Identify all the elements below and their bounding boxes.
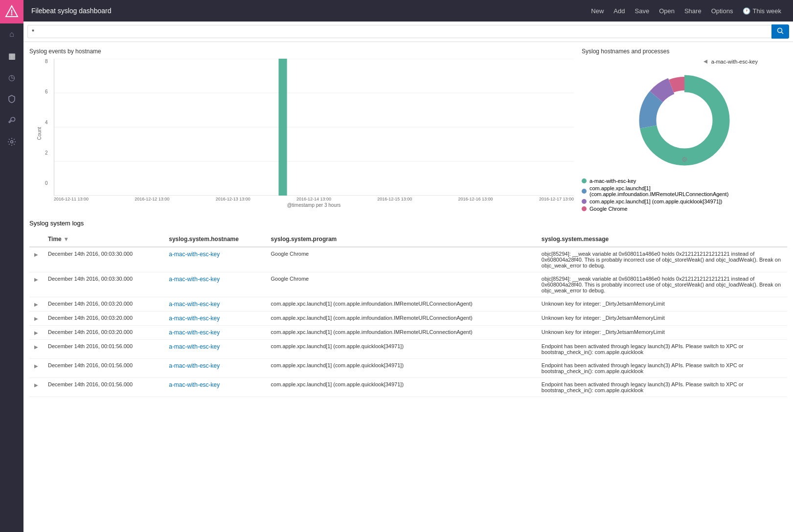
page-title: Filebeat syslog dashboard — [31, 7, 587, 15]
hostname-link[interactable]: a-mac-with-esc-key — [169, 329, 220, 336]
sidebar-shield-icon[interactable] — [0, 88, 23, 110]
hostname-col-header[interactable]: syslog.system.hostname — [164, 232, 266, 247]
svg-marker-13 — [703, 60, 707, 64]
options-button[interactable]: Options — [707, 5, 737, 17]
program-cell: Google Chrome — [266, 247, 537, 272]
y-axis-label: Count — [37, 124, 42, 143]
legend-dot-pink — [582, 206, 587, 211]
program-cell: com.apple.xpc.launchd[1] (com.apple.imfo… — [266, 297, 537, 311]
expand-button[interactable]: ▶ — [34, 344, 38, 350]
hostname-cell: a-mac-with-esc-key — [164, 311, 266, 326]
table-section: Syslog system logs Time ▾ syslog.system.… — [29, 220, 787, 397]
share-button[interactable]: Share — [680, 5, 705, 17]
y-label-0: 0 — [45, 180, 48, 186]
svg-point-18 — [657, 92, 712, 148]
hostname-link[interactable]: a-mac-with-esc-key — [169, 301, 220, 308]
sidebar-chart-icon[interactable]: ▦ — [0, 45, 23, 66]
svg-point-3 — [11, 141, 13, 143]
save-button[interactable]: Save — [631, 5, 654, 17]
hostname-cell: a-mac-with-esc-key — [164, 272, 266, 297]
expand-cell[interactable]: ▶ — [29, 311, 43, 326]
open-button[interactable]: Open — [655, 5, 679, 17]
expand-button[interactable]: ▶ — [34, 330, 38, 335]
y-label-2: 2 — [45, 150, 48, 155]
legend-item-3: com.apple.xpc.launchd[1] (com.apple.quic… — [582, 199, 787, 204]
expand-button[interactable]: ▶ — [34, 382, 38, 388]
expand-cell[interactable]: ▶ — [29, 326, 43, 340]
sidebar-home-icon[interactable]: ⌂ — [0, 23, 23, 45]
table-row: ▶ December 14th 2016, 00:03:20.000 a-mac… — [29, 326, 787, 340]
table-row: ▶ December 14th 2016, 00:01:56.000 a-mac… — [29, 378, 787, 397]
hostname-cell: a-mac-with-esc-key — [164, 359, 266, 378]
message-cell: Endpoint has been activated through lega… — [537, 340, 787, 359]
time-cell: December 14th 2016, 00:01:56.000 — [43, 340, 164, 359]
expand-button[interactable]: ▶ — [34, 277, 38, 282]
hostname-link[interactable]: a-mac-with-esc-key — [169, 276, 220, 283]
sidebar-clock-icon[interactable]: ◷ — [0, 66, 23, 88]
clock-icon: 🕐 — [743, 7, 750, 15]
table-row: ▶ December 14th 2016, 00:03:20.000 a-mac… — [29, 297, 787, 311]
sidebar-settings-icon[interactable] — [0, 131, 23, 153]
time-cell: December 14th 2016, 00:03:30.000 — [43, 272, 164, 297]
expand-button[interactable]: ▶ — [34, 302, 38, 307]
program-cell: com.apple.xpc.launchd[1] (com.apple.imfo… — [266, 326, 537, 340]
charts-row: Syslog events by hostname Count 8 6 4 2 … — [29, 48, 787, 212]
y-label-4: 4 — [45, 120, 48, 125]
main-content: Filebeat syslog dashboard New Add Save O… — [23, 0, 793, 532]
bar-chart-container: Syslog events by hostname Count 8 6 4 2 … — [29, 48, 574, 212]
expand-cell[interactable]: ▶ — [29, 247, 43, 272]
legend-item-4: Google Chrome — [582, 206, 787, 212]
time-cell: December 14th 2016, 00:01:56.000 — [43, 378, 164, 397]
program-cell: com.apple.xpc.launchd[1] (com.apple.quic… — [266, 359, 537, 378]
hostname-link[interactable]: a-mac-with-esc-key — [169, 315, 220, 322]
time-col-header[interactable]: Time ▾ — [43, 232, 164, 247]
time-cell: December 14th 2016, 00:03:20.000 — [43, 297, 164, 311]
header-actions: New Add Save Open Share Options 🕐 This w… — [587, 5, 785, 17]
hostname-link[interactable]: a-mac-with-esc-key — [169, 381, 220, 388]
program-col-header[interactable]: syslog.system.program — [266, 232, 537, 247]
expand-button[interactable]: ▶ — [34, 363, 38, 369]
legend-label-4: Google Chrome — [589, 206, 628, 212]
sidebar-wrench-icon[interactable] — [0, 110, 23, 131]
expand-cell[interactable]: ▶ — [29, 297, 43, 311]
expand-button[interactable]: ▶ — [34, 252, 38, 257]
message-cell: Endpoint has been activated through lega… — [537, 359, 787, 378]
time-filter-label: This week — [752, 7, 781, 15]
expand-cell[interactable]: ▶ — [29, 359, 43, 378]
donut-chart-title: Syslog hostnames and processes — [582, 48, 787, 55]
svg-rect-12 — [278, 59, 287, 196]
legend-item-2: com.apple.xpc.launchd[1] (com.apple.imfo… — [582, 185, 787, 197]
search-input[interactable] — [27, 25, 771, 38]
hostname-link[interactable]: a-mac-with-esc-key — [169, 362, 220, 369]
table-header: Time ▾ syslog.system.hostname syslog.sys… — [29, 232, 787, 247]
new-button[interactable]: New — [587, 5, 608, 17]
table-row: ▶ December 14th 2016, 00:01:56.000 a-mac… — [29, 359, 787, 378]
search-button[interactable] — [771, 24, 789, 39]
time-filter-button[interactable]: 🕐 This week — [739, 5, 785, 17]
expand-button[interactable]: ▶ — [34, 316, 38, 321]
hostname-link[interactable]: a-mac-with-esc-key — [169, 343, 220, 350]
program-cell: Google Chrome — [266, 272, 537, 297]
table-row: ▶ December 14th 2016, 00:03:30.000 a-mac… — [29, 247, 787, 272]
message-col-header[interactable]: syslog.system.message — [537, 232, 787, 247]
table-row: ▶ December 14th 2016, 00:03:30.000 a-mac… — [29, 272, 787, 297]
hostname-cell: a-mac-with-esc-key — [164, 340, 266, 359]
expand-col-header — [29, 232, 43, 247]
syslog-table: Time ▾ syslog.system.hostname syslog.sys… — [29, 232, 787, 397]
donut-legend-arrow — [702, 59, 708, 65]
table-title: Syslog system logs — [29, 220, 787, 227]
message-cell: Unknown key for integer: _DirtyJetsamMem… — [537, 326, 787, 340]
table-row: ▶ December 14th 2016, 00:01:56.000 a-mac… — [29, 340, 787, 359]
message-cell: Unknown key for integer: _DirtyJetsamMem… — [537, 311, 787, 326]
bar-chart-svg — [54, 59, 574, 196]
expand-cell[interactable]: ▶ — [29, 340, 43, 359]
hostname-cell: a-mac-with-esc-key — [164, 326, 266, 340]
add-button[interactable]: Add — [610, 5, 629, 17]
expand-cell[interactable]: ▶ — [29, 378, 43, 397]
donut-chart-svg: ⚙ — [631, 66, 738, 174]
expand-cell[interactable]: ▶ — [29, 272, 43, 297]
svg-point-2 — [11, 14, 13, 16]
hostname-link[interactable]: a-mac-with-esc-key — [169, 251, 220, 258]
sidebar: ⌂ ▦ ◷ — [0, 0, 23, 532]
bar-chart-title: Syslog events by hostname — [29, 48, 574, 55]
